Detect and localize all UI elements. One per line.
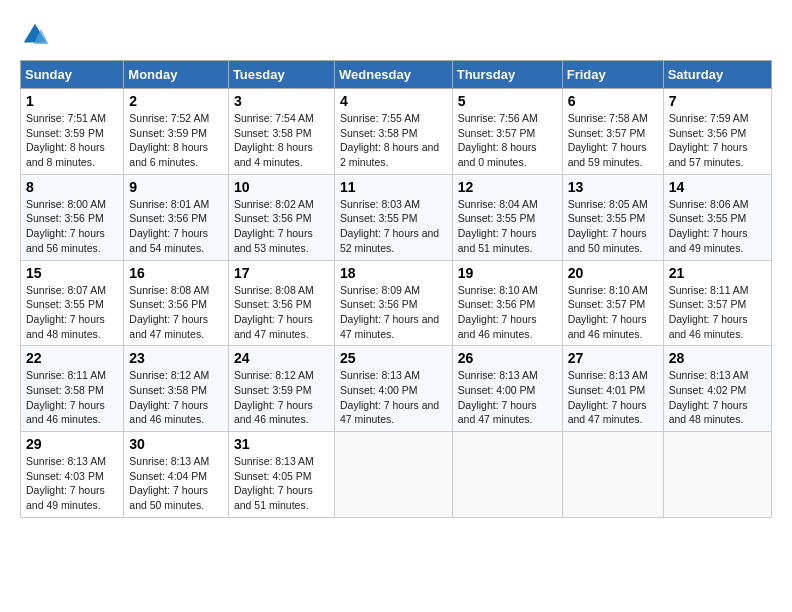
day-number: 5 — [458, 93, 557, 109]
day-number: 27 — [568, 350, 658, 366]
day-number: 7 — [669, 93, 766, 109]
calendar-cell: 1Sunrise: 7:51 AM Sunset: 3:59 PM Daylig… — [21, 89, 124, 175]
cell-info: Sunrise: 8:13 AM Sunset: 4:02 PM Dayligh… — [669, 368, 766, 427]
calendar-cell: 14Sunrise: 8:06 AM Sunset: 3:55 PM Dayli… — [663, 174, 771, 260]
cell-info: Sunrise: 8:05 AM Sunset: 3:55 PM Dayligh… — [568, 197, 658, 256]
cell-info: Sunrise: 8:13 AM Sunset: 4:04 PM Dayligh… — [129, 454, 223, 513]
day-number: 17 — [234, 265, 329, 281]
day-number: 23 — [129, 350, 223, 366]
calendar-cell: 19Sunrise: 8:10 AM Sunset: 3:56 PM Dayli… — [452, 260, 562, 346]
cell-info: Sunrise: 8:13 AM Sunset: 4:01 PM Dayligh… — [568, 368, 658, 427]
cell-info: Sunrise: 8:11 AM Sunset: 3:57 PM Dayligh… — [669, 283, 766, 342]
cell-info: Sunrise: 8:08 AM Sunset: 3:56 PM Dayligh… — [129, 283, 223, 342]
cell-info: Sunrise: 8:10 AM Sunset: 3:56 PM Dayligh… — [458, 283, 557, 342]
calendar-cell: 20Sunrise: 8:10 AM Sunset: 3:57 PM Dayli… — [562, 260, 663, 346]
calendar-week-3: 15Sunrise: 8:07 AM Sunset: 3:55 PM Dayli… — [21, 260, 772, 346]
calendar-cell: 15Sunrise: 8:07 AM Sunset: 3:55 PM Dayli… — [21, 260, 124, 346]
calendar-week-1: 1Sunrise: 7:51 AM Sunset: 3:59 PM Daylig… — [21, 89, 772, 175]
cell-info: Sunrise: 8:10 AM Sunset: 3:57 PM Dayligh… — [568, 283, 658, 342]
calendar-cell: 9Sunrise: 8:01 AM Sunset: 3:56 PM Daylig… — [124, 174, 229, 260]
calendar-table: SundayMondayTuesdayWednesdayThursdayFrid… — [20, 60, 772, 518]
day-number: 31 — [234, 436, 329, 452]
day-number: 19 — [458, 265, 557, 281]
cell-info: Sunrise: 8:12 AM Sunset: 3:58 PM Dayligh… — [129, 368, 223, 427]
cell-info: Sunrise: 7:56 AM Sunset: 3:57 PM Dayligh… — [458, 111, 557, 170]
day-header-thursday: Thursday — [452, 61, 562, 89]
calendar-week-4: 22Sunrise: 8:11 AM Sunset: 3:58 PM Dayli… — [21, 346, 772, 432]
day-number: 8 — [26, 179, 118, 195]
calendar-cell: 3Sunrise: 7:54 AM Sunset: 3:58 PM Daylig… — [228, 89, 334, 175]
calendar-cell: 24Sunrise: 8:12 AM Sunset: 3:59 PM Dayli… — [228, 346, 334, 432]
day-number: 9 — [129, 179, 223, 195]
calendar-cell — [452, 432, 562, 518]
calendar-cell: 23Sunrise: 8:12 AM Sunset: 3:58 PM Dayli… — [124, 346, 229, 432]
day-number: 6 — [568, 93, 658, 109]
day-number: 16 — [129, 265, 223, 281]
calendar-cell: 27Sunrise: 8:13 AM Sunset: 4:01 PM Dayli… — [562, 346, 663, 432]
day-number: 24 — [234, 350, 329, 366]
calendar-week-2: 8Sunrise: 8:00 AM Sunset: 3:56 PM Daylig… — [21, 174, 772, 260]
day-number: 28 — [669, 350, 766, 366]
calendar-cell: 22Sunrise: 8:11 AM Sunset: 3:58 PM Dayli… — [21, 346, 124, 432]
logo-icon — [20, 20, 50, 50]
calendar-cell — [334, 432, 452, 518]
day-number: 4 — [340, 93, 447, 109]
day-number: 26 — [458, 350, 557, 366]
day-number: 12 — [458, 179, 557, 195]
calendar-cell: 5Sunrise: 7:56 AM Sunset: 3:57 PM Daylig… — [452, 89, 562, 175]
day-number: 29 — [26, 436, 118, 452]
cell-info: Sunrise: 8:13 AM Sunset: 4:00 PM Dayligh… — [458, 368, 557, 427]
calendar-cell: 21Sunrise: 8:11 AM Sunset: 3:57 PM Dayli… — [663, 260, 771, 346]
day-header-wednesday: Wednesday — [334, 61, 452, 89]
day-number: 13 — [568, 179, 658, 195]
day-header-tuesday: Tuesday — [228, 61, 334, 89]
day-number: 30 — [129, 436, 223, 452]
cell-info: Sunrise: 8:07 AM Sunset: 3:55 PM Dayligh… — [26, 283, 118, 342]
calendar-cell: 18Sunrise: 8:09 AM Sunset: 3:56 PM Dayli… — [334, 260, 452, 346]
cell-info: Sunrise: 8:13 AM Sunset: 4:05 PM Dayligh… — [234, 454, 329, 513]
day-number: 11 — [340, 179, 447, 195]
cell-info: Sunrise: 7:59 AM Sunset: 3:56 PM Dayligh… — [669, 111, 766, 170]
calendar-cell: 17Sunrise: 8:08 AM Sunset: 3:56 PM Dayli… — [228, 260, 334, 346]
cell-info: Sunrise: 7:54 AM Sunset: 3:58 PM Dayligh… — [234, 111, 329, 170]
calendar-cell: 10Sunrise: 8:02 AM Sunset: 3:56 PM Dayli… — [228, 174, 334, 260]
day-number: 21 — [669, 265, 766, 281]
cell-info: Sunrise: 8:11 AM Sunset: 3:58 PM Dayligh… — [26, 368, 118, 427]
cell-info: Sunrise: 8:08 AM Sunset: 3:56 PM Dayligh… — [234, 283, 329, 342]
calendar-cell: 13Sunrise: 8:05 AM Sunset: 3:55 PM Dayli… — [562, 174, 663, 260]
calendar-cell: 30Sunrise: 8:13 AM Sunset: 4:04 PM Dayli… — [124, 432, 229, 518]
cell-info: Sunrise: 8:13 AM Sunset: 4:03 PM Dayligh… — [26, 454, 118, 513]
cell-info: Sunrise: 8:02 AM Sunset: 3:56 PM Dayligh… — [234, 197, 329, 256]
header-row: SundayMondayTuesdayWednesdayThursdayFrid… — [21, 61, 772, 89]
cell-info: Sunrise: 7:51 AM Sunset: 3:59 PM Dayligh… — [26, 111, 118, 170]
cell-info: Sunrise: 8:06 AM Sunset: 3:55 PM Dayligh… — [669, 197, 766, 256]
header — [20, 20, 772, 50]
day-number: 18 — [340, 265, 447, 281]
calendar-cell: 28Sunrise: 8:13 AM Sunset: 4:02 PM Dayli… — [663, 346, 771, 432]
cell-info: Sunrise: 8:09 AM Sunset: 3:56 PM Dayligh… — [340, 283, 447, 342]
day-header-saturday: Saturday — [663, 61, 771, 89]
day-number: 14 — [669, 179, 766, 195]
calendar-cell: 2Sunrise: 7:52 AM Sunset: 3:59 PM Daylig… — [124, 89, 229, 175]
day-number: 22 — [26, 350, 118, 366]
cell-info: Sunrise: 8:03 AM Sunset: 3:55 PM Dayligh… — [340, 197, 447, 256]
day-number: 25 — [340, 350, 447, 366]
cell-info: Sunrise: 8:04 AM Sunset: 3:55 PM Dayligh… — [458, 197, 557, 256]
calendar-cell: 26Sunrise: 8:13 AM Sunset: 4:00 PM Dayli… — [452, 346, 562, 432]
day-header-friday: Friday — [562, 61, 663, 89]
calendar-cell: 8Sunrise: 8:00 AM Sunset: 3:56 PM Daylig… — [21, 174, 124, 260]
calendar-cell — [562, 432, 663, 518]
calendar-cell: 6Sunrise: 7:58 AM Sunset: 3:57 PM Daylig… — [562, 89, 663, 175]
day-number: 10 — [234, 179, 329, 195]
calendar-cell: 29Sunrise: 8:13 AM Sunset: 4:03 PM Dayli… — [21, 432, 124, 518]
cell-info: Sunrise: 8:00 AM Sunset: 3:56 PM Dayligh… — [26, 197, 118, 256]
calendar-week-5: 29Sunrise: 8:13 AM Sunset: 4:03 PM Dayli… — [21, 432, 772, 518]
cell-info: Sunrise: 8:13 AM Sunset: 4:00 PM Dayligh… — [340, 368, 447, 427]
calendar-cell: 4Sunrise: 7:55 AM Sunset: 3:58 PM Daylig… — [334, 89, 452, 175]
day-number: 20 — [568, 265, 658, 281]
day-header-monday: Monday — [124, 61, 229, 89]
day-number: 3 — [234, 93, 329, 109]
calendar-cell — [663, 432, 771, 518]
day-number: 2 — [129, 93, 223, 109]
cell-info: Sunrise: 7:58 AM Sunset: 3:57 PM Dayligh… — [568, 111, 658, 170]
